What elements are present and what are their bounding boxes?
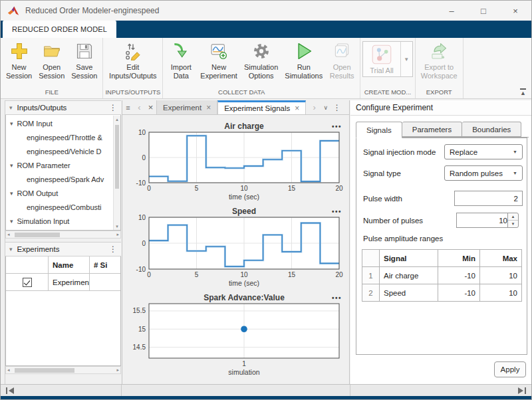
close-tab-icon[interactable] bbox=[145, 100, 156, 114]
tabbar-menu-icon[interactable] bbox=[331, 100, 342, 114]
document-area: Experiment Experiment Signals -100100510… bbox=[122, 100, 350, 384]
tree-item-label: enginespeed/Spark Adv bbox=[27, 175, 104, 183]
experiment-sims-cell bbox=[90, 274, 120, 290]
svg-text:15: 15 bbox=[288, 185, 296, 192]
svg-text:5: 5 bbox=[195, 271, 199, 278]
collapse-right-panel-icon[interactable] bbox=[517, 387, 526, 394]
experiment-checkbox[interactable] bbox=[23, 278, 32, 287]
experiments-panel-header[interactable]: Experiments bbox=[5, 242, 121, 256]
experiment-name-cell[interactable]: Experiment bbox=[49, 274, 90, 290]
scroll-down-icon[interactable]: ▾ bbox=[114, 223, 120, 230]
max-cell[interactable]: 10 bbox=[480, 284, 522, 302]
ribbon-button-label: Save Session bbox=[71, 63, 97, 80]
spinner-down-icon[interactable] bbox=[508, 221, 518, 227]
collapse-triangle-icon[interactable] bbox=[10, 218, 13, 225]
signal-injection-mode-dropdown[interactable]: Replace bbox=[444, 144, 523, 159]
panel-menu-icon[interactable] bbox=[109, 245, 117, 254]
max-cell[interactable]: 10 bbox=[480, 267, 522, 284]
chevron-down-icon[interactable] bbox=[320, 100, 331, 114]
scrollbar-thumb[interactable] bbox=[15, 233, 60, 237]
chart-menu-icon[interactable] bbox=[332, 294, 342, 302]
scroll-right-icon[interactable]: ▸ bbox=[116, 367, 119, 373]
tree-item-label: ROM Input bbox=[17, 120, 53, 128]
scroll-right-icon[interactable]: ▸ bbox=[116, 232, 119, 237]
apply-button[interactable]: Apply bbox=[494, 361, 526, 377]
tab-experiment[interactable]: Experiment bbox=[156, 100, 217, 114]
pulse-amplitude-ranges-table: Signal Min Max 1Air charge-10102Speed-10… bbox=[362, 249, 522, 302]
tab-list-menu-icon[interactable] bbox=[122, 100, 134, 114]
tree-item[interactable]: enginespeed/Spark Adv bbox=[6, 172, 120, 186]
experiments-horizontal-scrollbar[interactable]: ◂ ▸ bbox=[5, 366, 121, 374]
collapse-triangle-icon[interactable] bbox=[10, 120, 13, 127]
tree-item[interactable]: enginespeed/Throttle & bbox=[6, 130, 120, 144]
tree-horizontal-scrollbar[interactable]: ◂ ▸ bbox=[5, 231, 121, 239]
scrollbar-thumb[interactable] bbox=[15, 368, 74, 373]
close-icon[interactable]: × bbox=[499, 1, 531, 21]
new-session-icon bbox=[9, 41, 29, 61]
minimize-icon[interactable]: – bbox=[436, 1, 467, 21]
chart-canvas: -1001005101520Speedtime (sec) bbox=[125, 207, 346, 289]
trial-all-button: Trial All▼ bbox=[362, 41, 413, 77]
spinner-up-icon[interactable] bbox=[508, 213, 518, 221]
tree-item[interactable]: enginespeed/Vehicle D bbox=[6, 144, 120, 158]
scrollbar-thumb[interactable] bbox=[115, 125, 119, 189]
signal-cell: Speed bbox=[380, 284, 438, 302]
simulation-options-button[interactable]: Simulation Options bbox=[241, 40, 281, 82]
ribbon-group: New SessionOpen SessionSave SessionFILE bbox=[1, 38, 103, 98]
signal-injection-mode-label: Signal injection mode bbox=[363, 148, 436, 156]
tab-boundaries[interactable]: Boundaries bbox=[462, 122, 521, 137]
open-session-button[interactable]: Open Session bbox=[35, 40, 68, 82]
ribbon-group-label: FILE bbox=[3, 88, 100, 98]
tree-item[interactable]: enginespeed/Combusti bbox=[6, 200, 120, 214]
close-icon[interactable] bbox=[206, 103, 211, 112]
tree-item[interactable]: ROM Output bbox=[6, 186, 120, 200]
panel-menu-icon[interactable] bbox=[109, 103, 117, 112]
collapse-triangle-icon[interactable] bbox=[10, 162, 13, 169]
scroll-left-icon[interactable]: ◂ bbox=[7, 232, 10, 237]
dropdown-arrow-icon bbox=[513, 171, 517, 175]
tab-reduced-order-model[interactable]: REDUCED ORDER MODEL bbox=[3, 21, 116, 38]
tab-signals[interactable]: Signals bbox=[356, 122, 402, 138]
pulse-width-input[interactable] bbox=[454, 191, 523, 206]
close-icon[interactable] bbox=[295, 104, 299, 113]
signal-type-dropdown[interactable]: Random pulses bbox=[444, 165, 523, 181]
edit-inputs-outputs-button[interactable]: Edit Inputs/Outputs bbox=[106, 40, 160, 82]
import-data-button[interactable]: Import Data bbox=[165, 40, 197, 82]
collapse-left-panel-icon[interactable] bbox=[6, 387, 15, 394]
range-row: 1Air charge-1010 bbox=[362, 267, 522, 284]
window-title: Reduced Order Modeler-enginespeed bbox=[25, 6, 159, 15]
collapse-triangle-icon[interactable] bbox=[9, 246, 13, 252]
save-session-button[interactable]: Save Session bbox=[68, 40, 100, 82]
trial-all-dropdown-arrow-icon: ▼ bbox=[400, 42, 412, 76]
chart-menu-icon[interactable] bbox=[332, 123, 342, 130]
tree-vertical-scrollbar[interactable]: ▴ ▾ bbox=[113, 116, 120, 230]
tree-item[interactable]: Simulation Input bbox=[6, 214, 120, 228]
tree-item[interactable]: ROM Input bbox=[6, 116, 120, 130]
new-session-button[interactable]: New Session bbox=[3, 40, 35, 82]
new-experiment-button[interactable]: New Experiment bbox=[197, 40, 241, 82]
maximize-icon[interactable]: □ bbox=[467, 1, 499, 21]
chart-menu-icon[interactable] bbox=[332, 208, 342, 215]
ribbon-tab-strip: REDUCED ORDER MODEL bbox=[1, 21, 531, 38]
run-simulations-button[interactable]: Run Simulations bbox=[281, 40, 326, 82]
chart-canvas: 14.51515.51Spark Advance:Valuesimulation bbox=[125, 293, 346, 378]
min-cell[interactable]: -10 bbox=[438, 267, 480, 284]
collapse-triangle-icon[interactable] bbox=[10, 190, 13, 197]
ribbon-group: Export to WorkspaceEXPORT bbox=[416, 38, 464, 98]
scroll-left-icon[interactable]: ◂ bbox=[7, 367, 10, 373]
svg-text:10: 10 bbox=[138, 214, 146, 221]
signal-column-header: Signal bbox=[380, 250, 438, 267]
tab-parameters[interactable]: Parameters bbox=[402, 122, 462, 137]
collapse-triangle-icon[interactable] bbox=[9, 104, 13, 111]
tab-experiment-signals[interactable]: Experiment Signals bbox=[217, 100, 306, 114]
scroll-up-icon[interactable]: ▴ bbox=[114, 116, 120, 123]
ranges-table-header: Signal Min Max bbox=[362, 250, 522, 267]
window-controls: – □ × bbox=[436, 1, 531, 21]
ribbon-button-label: Open Results bbox=[330, 63, 354, 80]
tree-item[interactable]: ROM Parameter bbox=[6, 158, 120, 172]
min-cell[interactable]: -10 bbox=[438, 284, 480, 302]
number-of-pulses-input[interactable] bbox=[456, 213, 512, 228]
inputs-outputs-panel-header[interactable]: Inputs/Outputs bbox=[5, 100, 121, 115]
gear-icon bbox=[251, 41, 271, 61]
experiment-row[interactable]: Experiment bbox=[6, 274, 120, 291]
